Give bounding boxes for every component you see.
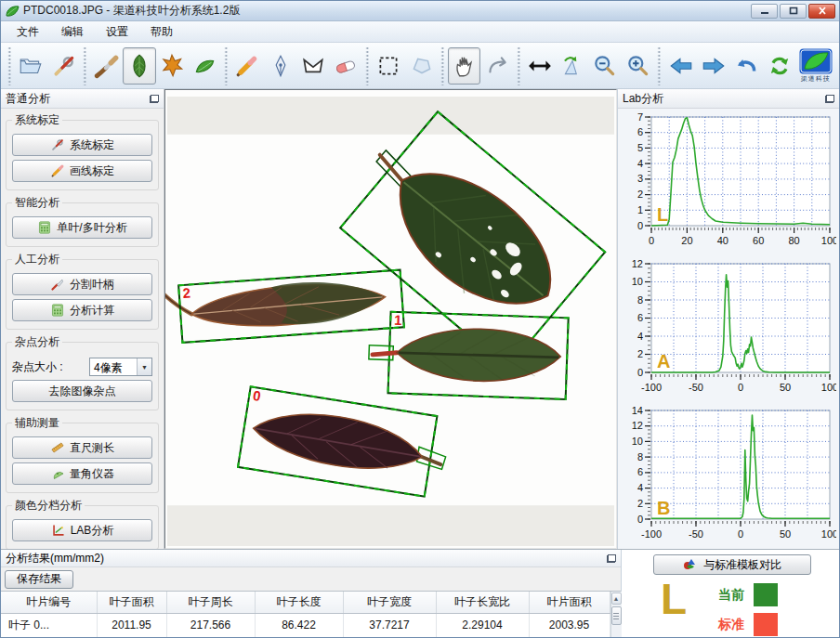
results-column-header[interactable]: 叶片编号 [1, 592, 97, 613]
results-column-header[interactable]: 叶子长度 [255, 592, 343, 613]
small-leaf-icon [191, 53, 217, 79]
svg-text:60: 60 [753, 235, 764, 246]
poly-select-button[interactable] [405, 47, 438, 85]
svg-text:2: 2 [637, 348, 643, 359]
system-tools-button[interactable] [47, 47, 80, 85]
left-panel: 普通分析 系统标定 系统标定 画线标定 智能分析 [1, 89, 164, 549]
minimize-button[interactable] [751, 4, 778, 19]
svg-text:4: 4 [637, 331, 643, 342]
results-section: 分析结果(mm/mm2) 保存结果 叶片编号叶子面积叶子周长叶子长度叶子宽度叶子… [1, 550, 622, 637]
table-scrollbar[interactable]: ▲ [610, 592, 622, 637]
refresh-icon [767, 53, 793, 79]
lab-panel: Lab分析 01234567020406080100L 024681012-10… [617, 89, 839, 549]
rotate-view-button[interactable] [556, 47, 588, 85]
save-results-button[interactable]: 保存结果 [5, 570, 73, 589]
single-multi-leaf-analysis-button[interactable]: 单叶/多叶分析 [12, 216, 152, 239]
rect-select-button[interactable] [373, 47, 405, 85]
brush-icon [94, 53, 120, 79]
zoom-out-icon [592, 53, 618, 79]
results-column-header[interactable]: 叶子周长 [166, 592, 255, 613]
panel-float-icon[interactable] [150, 95, 159, 103]
results-column-header[interactable]: 叶子长宽比 [436, 592, 529, 613]
rotate-view-icon [559, 53, 585, 79]
polygon-tool-button[interactable] [296, 47, 329, 85]
noise-size-dropdown[interactable]: 4像素 ▼ [89, 358, 152, 376]
results-column-header[interactable]: 叶子面积 [97, 592, 166, 613]
group-legend: 智能分析 [12, 195, 62, 211]
lab-panel-header: Lab分析 [618, 89, 839, 109]
zoom-out-button[interactable] [589, 47, 622, 85]
svg-text:5: 5 [637, 142, 643, 153]
ruler-measure-button[interactable]: 直尺测长 [12, 436, 152, 459]
brand-logo: 渠道科技 [795, 48, 835, 84]
calculator-icon [37, 220, 52, 235]
toolbar-separator [517, 46, 521, 85]
svg-text:0: 0 [637, 514, 643, 525]
brand-logo-icon [799, 48, 833, 74]
back-button[interactable] [664, 47, 697, 85]
oak-leaf-tool-button[interactable] [156, 47, 189, 85]
pencil-tool-button[interactable] [231, 47, 264, 85]
svg-text:50: 50 [780, 382, 791, 393]
maximize-button[interactable] [780, 4, 807, 19]
group-system-calibration: 系统标定 系统标定 画线标定 [6, 112, 159, 190]
small-leaf-tool-button[interactable] [189, 47, 221, 85]
image-canvas[interactable]: 2 1 [164, 89, 617, 549]
leaf-scan-image[interactable]: 2 1 [165, 90, 616, 548]
zoom-in-button[interactable] [622, 47, 654, 85]
open-file-button[interactable] [15, 47, 47, 85]
fit-width-button[interactable] [523, 47, 556, 85]
open-folder-icon [18, 53, 44, 79]
protractor-icon [50, 466, 65, 481]
poly-select-icon [409, 53, 435, 79]
eraser-icon [333, 53, 359, 79]
hand-icon [452, 53, 478, 79]
group-legend: 杂点分析 [12, 334, 62, 350]
compare-template-button[interactable]: 与标准模板对比 [653, 554, 811, 575]
scroll-up-icon[interactable]: ▲ [611, 592, 622, 605]
analysis-calc-button[interactable]: 分析计算 [12, 299, 152, 321]
remove-noise-button[interactable]: 去除图像杂点 [12, 380, 152, 402]
svg-text:12: 12 [632, 420, 643, 431]
refresh-button[interactable] [763, 47, 795, 85]
panel-float-icon[interactable] [607, 554, 616, 563]
panel-float-icon[interactable] [825, 95, 834, 103]
results-column-header[interactable]: 叶子宽度 [343, 592, 436, 613]
svg-text:0: 0 [738, 382, 743, 393]
pen-tool-button[interactable] [264, 47, 296, 85]
pen-icon [268, 53, 294, 79]
table-row[interactable]: 叶子 0...2011.95217.56686.42237.72172.2910… [1, 613, 610, 637]
table-cell: 2003.95 [529, 613, 610, 637]
forward-button[interactable] [697, 47, 729, 85]
chevron-down-icon[interactable]: ▼ [137, 358, 151, 375]
undo-button[interactable] [730, 47, 763, 85]
leaf-2-number: 2 [182, 284, 190, 301]
rotate-hand-button[interactable] [480, 47, 513, 85]
menu-help[interactable]: 帮助 [140, 21, 183, 43]
svg-text:8: 8 [637, 451, 643, 462]
lab-analysis-button[interactable]: LAB分析 [12, 519, 152, 541]
svg-text:100: 100 [821, 382, 836, 393]
hand-pan-button[interactable] [448, 47, 480, 85]
group-legend: 人工分析 [12, 252, 62, 267]
close-button[interactable] [808, 4, 835, 19]
fit-width-icon [527, 53, 553, 79]
svg-text:6: 6 [637, 126, 643, 137]
svg-text:8: 8 [637, 294, 643, 306]
toolbar-grip [7, 46, 12, 85]
brush-tool-button[interactable] [90, 47, 123, 85]
eraser-tool-button[interactable] [330, 47, 362, 85]
protractor-button[interactable]: 量角仪器 [12, 462, 152, 485]
menu-settings[interactable]: 设置 [96, 21, 138, 43]
line-calibrate-button[interactable]: 画线标定 [12, 160, 152, 182]
system-calibrate-button[interactable]: 系统标定 [12, 134, 152, 156]
split-petiole-button[interactable]: 分割叶柄 [12, 273, 152, 295]
menu-file[interactable]: 文件 [7, 21, 49, 43]
green-leaf-icon [126, 53, 152, 79]
knife-icon [50, 277, 65, 292]
scrollbar-thumb[interactable] [611, 606, 622, 625]
menu-edit[interactable]: 编辑 [51, 21, 94, 43]
leaf-tool-button[interactable] [123, 47, 155, 85]
results-column-header[interactable]: 叶片面积 [529, 592, 610, 613]
svg-text:-100: -100 [641, 528, 662, 540]
